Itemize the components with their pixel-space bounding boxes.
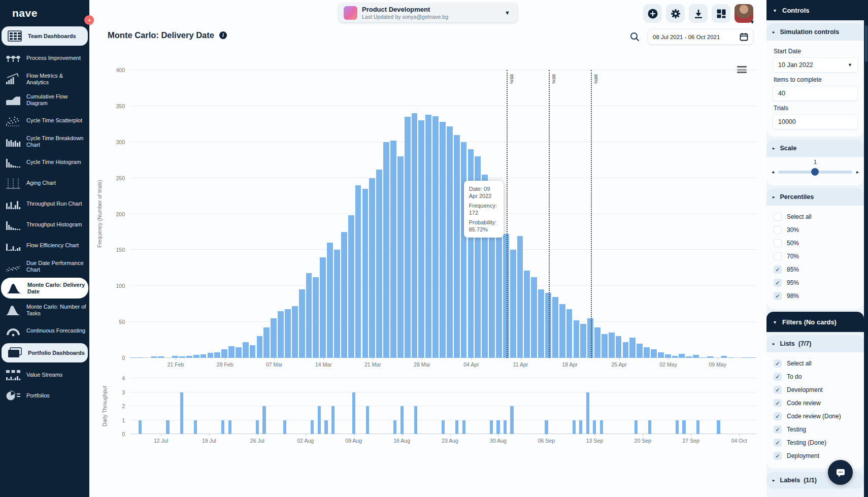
throughput-plot[interactable]: 0123412 Jul19 Jul26 Jul02 Aug09 Aug16 Au…: [130, 378, 756, 434]
filters-header[interactable]: ▾ Filters (No cards): [766, 312, 864, 332]
histogram-bar[interactable]: [440, 122, 446, 358]
histogram-bar[interactable]: [228, 346, 235, 358]
lists-toggle[interactable]: ▸ Lists (7/7): [766, 335, 864, 352]
histogram-bar[interactable]: [503, 234, 509, 358]
checkbox-code-review[interactable]: ✓: [774, 399, 782, 407]
histogram-bar[interactable]: [341, 232, 347, 358]
histogram-bar[interactable]: [510, 250, 516, 358]
histogram-bar[interactable]: [306, 273, 312, 358]
histogram-bar[interactable]: [538, 289, 544, 358]
board-selector[interactable]: Product Development Last Updated by sony…: [339, 3, 517, 22]
histogram-bar[interactable]: [742, 357, 748, 358]
throughput-bar[interactable]: [579, 420, 582, 435]
throughput-bar[interactable]: [545, 420, 548, 435]
histogram-bar[interactable]: [679, 354, 685, 358]
sidebar-item-flow-metrics-analytics[interactable]: Flow Metrics & Analytics: [0, 69, 89, 89]
histogram-bar[interactable]: [390, 141, 396, 358]
histogram-bar[interactable]: [566, 309, 573, 358]
throughput-bar[interactable]: [573, 420, 576, 435]
throughput-bar[interactable]: [635, 420, 638, 435]
histogram-bar[interactable]: [158, 356, 164, 358]
histogram-bar[interactable]: [609, 333, 615, 358]
histogram-bar[interactable]: [214, 352, 220, 358]
histogram-bar[interactable]: [172, 356, 178, 358]
histogram-bar[interactable]: [580, 324, 586, 358]
percentiles-toggle[interactable]: ▸ Percentiles: [766, 188, 864, 206]
throughput-bar[interactable]: [262, 406, 265, 434]
histogram-bar[interactable]: [418, 120, 424, 358]
sidebar-item-aging-chart[interactable]: Aging Chart: [0, 173, 89, 193]
slider-decrease-arrow[interactable]: ◂: [771, 169, 775, 175]
histogram-bar[interactable]: [179, 356, 185, 358]
checkbox-95[interactable]: ✓: [774, 279, 782, 287]
sidebar-item-flow-efficiency-chart[interactable]: Flow Efficiency Chart: [0, 235, 89, 256]
histogram-bar[interactable]: [594, 327, 600, 358]
sidebar-collapse-button[interactable]: ◂: [84, 15, 94, 25]
histogram-bar[interactable]: [208, 353, 214, 358]
histogram-bar[interactable]: [749, 357, 755, 358]
mc-plot[interactable]: Date: 09 Apr 2022 Frequency: 172 Probabi…: [130, 70, 756, 358]
sidebar-item-team-dashboards[interactable]: Team Dashboards: [2, 26, 88, 46]
histogram-bar[interactable]: [531, 277, 537, 358]
checkbox-to-do[interactable]: ✓: [774, 373, 782, 381]
histogram-bar[interactable]: [334, 250, 340, 358]
histogram-bar[interactable]: [454, 135, 460, 358]
throughput-bar[interactable]: [676, 420, 679, 435]
throughput-bar[interactable]: [510, 406, 513, 434]
throughput-bar[interactable]: [717, 420, 720, 435]
throughput-bar[interactable]: [352, 392, 355, 435]
checkbox-development[interactable]: ✓: [774, 386, 782, 394]
sidebar-item-throughput-histogram[interactable]: Throughput Histogram: [0, 214, 89, 235]
histogram-bar[interactable]: [405, 117, 411, 358]
sidebar-item-due-date-performance-chart[interactable]: Due Date Performance Chart: [0, 256, 89, 277]
histogram-bar[interactable]: [369, 178, 375, 358]
checkbox-testing-done[interactable]: ✓: [774, 439, 782, 447]
throughput-bar[interactable]: [331, 406, 335, 434]
throughput-bar[interactable]: [221, 420, 224, 435]
search-button[interactable]: [629, 31, 640, 44]
checkbox-70[interactable]: [774, 252, 782, 260]
histogram-bar[interactable]: [271, 318, 277, 358]
throughput-bar[interactable]: [682, 420, 685, 435]
histogram-bar[interactable]: [517, 236, 523, 358]
throughput-bar[interactable]: [600, 420, 603, 435]
start-date-select[interactable]: 10 Jan 2022 ▼: [773, 57, 858, 73]
histogram-bar[interactable]: [672, 356, 678, 358]
sidebar-item-portfolios[interactable]: Portfolios: [0, 385, 89, 406]
histogram-bar[interactable]: [616, 336, 622, 358]
sidebar-item-cycle-time-scatterplot[interactable]: Cycle Time Scatterplot: [0, 110, 89, 131]
histogram-bar[interactable]: [397, 156, 404, 358]
scale-toggle[interactable]: ▸ Scale: [766, 140, 864, 157]
checkbox-testing[interactable]: ✓: [774, 425, 782, 434]
histogram-bar[interactable]: [693, 355, 699, 358]
throughput-bar[interactable]: [139, 420, 142, 435]
sidebar-item-cycle-time-histogram[interactable]: Cycle Time Histogram: [0, 152, 89, 173]
chat-button[interactable]: [828, 460, 853, 485]
histogram-bar[interactable]: [376, 170, 382, 358]
throughput-bar[interactable]: [586, 392, 589, 435]
histogram-bar[interactable]: [299, 289, 305, 358]
histogram-bar[interactable]: [186, 356, 192, 358]
throughput-bar[interactable]: [366, 406, 369, 434]
histogram-bar[interactable]: [644, 347, 650, 358]
histogram-bar[interactable]: [278, 311, 284, 358]
info-icon[interactable]: i: [219, 31, 227, 39]
histogram-bar[interactable]: [574, 320, 580, 358]
throughput-bar[interactable]: [462, 420, 465, 435]
histogram-bar[interactable]: [292, 306, 298, 358]
sidebar-item-monte-carlo-delivery-date[interactable]: Monte Carlo: Delivery Date: [1, 278, 88, 299]
histogram-bar[interactable]: [355, 185, 361, 358]
histogram-bar[interactable]: [425, 115, 431, 358]
histogram-bar[interactable]: [700, 357, 706, 358]
histogram-bar[interactable]: [412, 113, 418, 358]
throughput-bar[interactable]: [593, 420, 596, 435]
settings-button[interactable]: [666, 4, 685, 23]
controls-header[interactable]: ▾ Controls: [766, 0, 868, 20]
histogram-bar[interactable]: [285, 309, 291, 358]
throughput-bar[interactable]: [496, 420, 499, 435]
histogram-bar[interactable]: [201, 354, 207, 358]
histogram-bar[interactable]: [221, 349, 227, 358]
checkbox-98[interactable]: ✓: [774, 292, 782, 300]
histogram-bar[interactable]: [313, 277, 319, 358]
throughput-bar[interactable]: [696, 420, 699, 435]
